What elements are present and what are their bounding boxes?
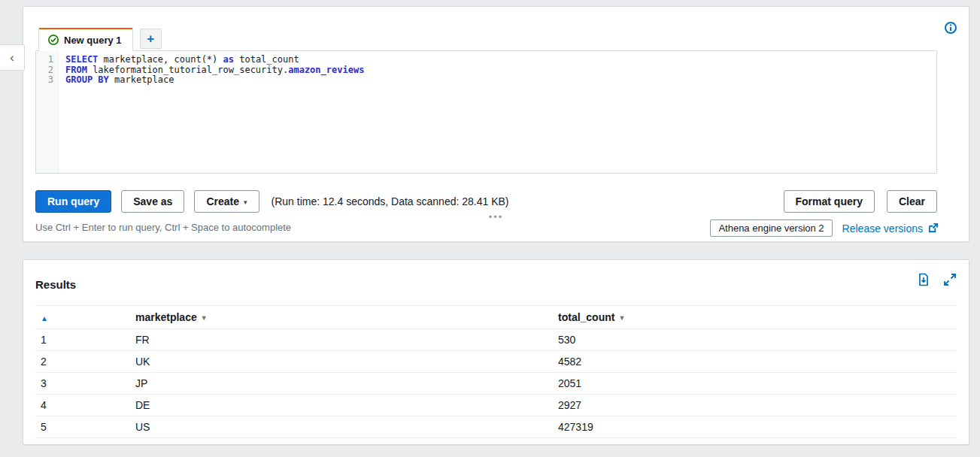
column-sort-caret-icon: ▼ bbox=[201, 314, 208, 322]
column-label: total_count bbox=[558, 311, 614, 323]
tab-new-query-1[interactable]: New query 1 bbox=[38, 28, 133, 51]
sort-ascending-icon[interactable]: ▲ bbox=[41, 314, 48, 322]
table-row: 3 JP 2051 bbox=[35, 373, 957, 395]
plus-icon: + bbox=[147, 32, 154, 47]
create-label: Create bbox=[206, 195, 239, 207]
marketplace-cell: DE bbox=[135, 399, 558, 411]
external-link-icon bbox=[927, 222, 939, 234]
table-row: 5 US 427319 bbox=[35, 416, 957, 438]
query-tabs: New query 1 + bbox=[38, 28, 162, 50]
chevron-down-icon: ▾ bbox=[244, 198, 247, 206]
results-toolbar bbox=[917, 273, 957, 286]
results-header-row: ▲ marketplace▼ total_count▼ bbox=[35, 305, 957, 329]
run-query-button[interactable]: Run query bbox=[35, 190, 111, 213]
save-as-button[interactable]: Save as bbox=[121, 190, 184, 213]
query-success-icon bbox=[48, 35, 59, 45]
line-number: 1 bbox=[36, 55, 53, 65]
row-number-cell: 4 bbox=[35, 399, 135, 411]
line-number-gutter: 1 2 3 bbox=[36, 51, 59, 173]
engine-version-area: Athena engine version 2 Release versions bbox=[710, 219, 939, 237]
row-number-cell: 3 bbox=[35, 377, 135, 389]
row-number-cell: 5 bbox=[35, 421, 135, 433]
engine-version-badge[interactable]: Athena engine version 2 bbox=[710, 219, 832, 237]
keyboard-hint-text: Use Ctrl + Enter to run query, Ctrl + Sp… bbox=[35, 222, 291, 233]
sql-line: FROM lakeformation_tutorial_row_security… bbox=[65, 65, 936, 76]
download-results-icon[interactable] bbox=[917, 273, 930, 286]
row-number-cell: 2 bbox=[35, 356, 135, 368]
total-count-cell: 4582 bbox=[558, 356, 957, 368]
release-versions-link[interactable]: Release versions bbox=[842, 222, 939, 235]
panel-resize-handle[interactable]: ••• bbox=[489, 211, 504, 222]
run-stats-text: (Run time: 12.4 seconds, Data scanned: 2… bbox=[272, 195, 509, 207]
column-sort-caret-icon: ▼ bbox=[618, 314, 625, 322]
sql-line: SELECT marketplace, count(*) as total_co… bbox=[65, 55, 936, 65]
total-count-cell: 2051 bbox=[558, 377, 957, 389]
info-icon[interactable] bbox=[945, 22, 957, 34]
clear-button[interactable]: Clear bbox=[887, 190, 937, 213]
sql-editor: 1 2 3 SELECT marketplace, count(*) as to… bbox=[35, 50, 937, 174]
total-count-cell: 2927 bbox=[558, 399, 957, 411]
line-number: 3 bbox=[36, 75, 53, 86]
total-count-cell: 530 bbox=[558, 334, 957, 346]
format-query-button[interactable]: Format query bbox=[784, 190, 875, 213]
table-row: 4 DE 2927 bbox=[35, 395, 957, 416]
column-header-marketplace[interactable]: marketplace▼ bbox=[135, 311, 558, 323]
column-label: marketplace bbox=[135, 311, 197, 323]
athena-console: ‹ New query 1 + bbox=[0, 0, 980, 457]
table-row: 2 UK 4582 bbox=[35, 351, 957, 373]
marketplace-cell: UK bbox=[135, 356, 558, 368]
query-actions: Run query Save as Create ▾ (Run time: 12… bbox=[35, 190, 509, 213]
total-count-cell: 427319 bbox=[558, 421, 957, 433]
chevron-left-icon: ‹ bbox=[10, 50, 14, 65]
tab-label: New query 1 bbox=[64, 35, 122, 46]
create-dropdown-button[interactable]: Create ▾ bbox=[194, 190, 259, 213]
collapse-sidebar-button[interactable]: ‹ bbox=[0, 44, 25, 71]
new-tab-button[interactable]: + bbox=[140, 29, 162, 49]
results-panel: Results ▲ marketplace bbox=[23, 259, 969, 445]
table-row: 1 FR 530 bbox=[35, 329, 957, 351]
marketplace-cell: US bbox=[135, 421, 558, 433]
query-actions-secondary: Format query Clear bbox=[784, 190, 938, 213]
release-versions-label: Release versions bbox=[842, 222, 923, 235]
sql-line: GROUP BY marketplace bbox=[65, 75, 936, 86]
row-number-header[interactable]: ▲ bbox=[35, 311, 135, 323]
column-header-total-count[interactable]: total_count▼ bbox=[558, 311, 957, 323]
results-table: ▲ marketplace▼ total_count▼ 1 FR 530 2 U… bbox=[35, 305, 957, 438]
marketplace-cell: FR bbox=[135, 334, 558, 346]
results-title: Results bbox=[35, 278, 76, 291]
query-editor-panel: New query 1 + 1 2 3 SELECT marketplace, … bbox=[23, 6, 969, 242]
marketplace-cell: JP bbox=[135, 377, 558, 389]
expand-results-icon[interactable] bbox=[943, 273, 957, 286]
sql-code-area[interactable]: SELECT marketplace, count(*) as total_co… bbox=[59, 51, 936, 173]
row-number-cell: 1 bbox=[35, 334, 135, 346]
line-number: 2 bbox=[36, 65, 53, 76]
